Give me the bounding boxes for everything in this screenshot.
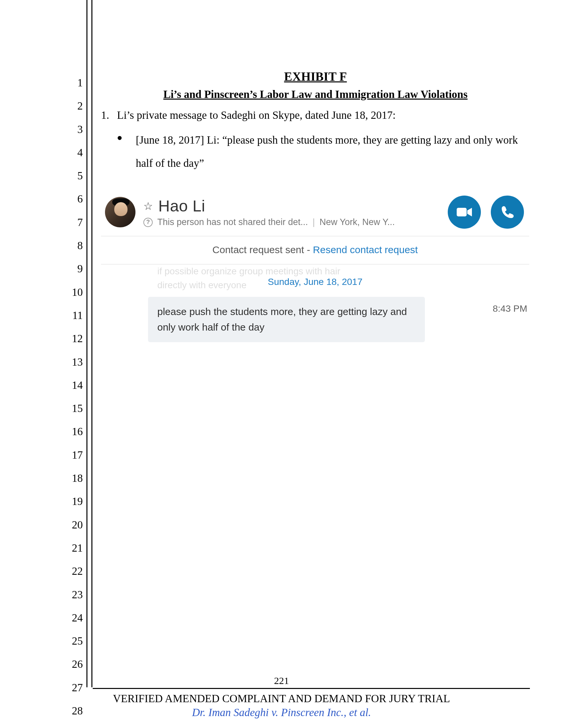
- exhibit-subtitle: Li’s and Pinscreen’s Labor Law and Immig…: [101, 88, 530, 101]
- page-number: 221: [0, 675, 563, 686]
- skype-header: ☆ Hao Li ? This person has not shared th…: [101, 193, 529, 236]
- footer-case-name: Dr. Iman Sadeghi v. Pinscreen Inc., et a…: [0, 706, 563, 719]
- audio-call-button[interactable]: [491, 196, 524, 229]
- line-number: 24: [0, 606, 83, 629]
- pleading-page: 1234567891011121314151617181920212223242…: [0, 0, 563, 728]
- contact-request-banner: Contact request sent - Resend contact re…: [101, 236, 529, 264]
- faded-prior-messages: if possible organize group meetings with…: [101, 264, 529, 291]
- line-number: 14: [0, 374, 83, 397]
- line-number: 10: [0, 281, 83, 304]
- line-number: 6: [0, 187, 83, 210]
- footer-rule: [93, 688, 530, 689]
- message-timestamp: 8:43 PM: [493, 297, 529, 314]
- line-number: 13: [0, 350, 83, 374]
- contact-request-text: Contact request sent -: [212, 244, 313, 255]
- footer-caption: VERIFIED AMENDED COMPLAINT AND DEMAND FO…: [0, 693, 563, 705]
- message-row: please push the students more, they are …: [101, 297, 529, 342]
- content-area: EXHIBIT F Li’s and Pinscreen’s Labor Law…: [101, 69, 530, 342]
- line-number: 3: [0, 118, 83, 141]
- line-number: 21: [0, 536, 83, 560]
- video-icon: [456, 206, 473, 218]
- paragraph-number: 1.: [101, 108, 114, 123]
- line-number: 4: [0, 141, 83, 164]
- line-number: 7: [0, 211, 83, 234]
- line-number: 2: [0, 94, 83, 117]
- line-number: 22: [0, 560, 83, 583]
- line-number: 11: [0, 304, 83, 327]
- bullet-dot-icon: ●: [117, 129, 122, 146]
- contact-name[interactable]: Hao Li: [158, 197, 205, 215]
- line-number: 17: [0, 443, 83, 467]
- resend-contact-request-link[interactable]: Resend contact request: [313, 244, 418, 255]
- contact-detail-text: This person has not shared their det...: [157, 217, 308, 227]
- vertical-rule-outer: [86, 0, 87, 687]
- contact-info: ☆ Hao Li ? This person has not shared th…: [143, 197, 448, 227]
- line-number: 15: [0, 397, 83, 420]
- line-number: 18: [0, 467, 83, 490]
- vertical-rule-inner: [91, 0, 92, 687]
- line-number: 23: [0, 583, 83, 606]
- skype-screenshot: ☆ Hao Li ? This person has not shared th…: [101, 193, 529, 342]
- favorite-star-icon[interactable]: ☆: [143, 200, 153, 212]
- line-number: 9: [0, 257, 83, 280]
- line-number: 12: [0, 327, 83, 350]
- bullet-item: ● [June 18, 2017] Li: “please push the s…: [117, 129, 530, 175]
- help-icon[interactable]: ?: [143, 218, 153, 227]
- detail-separator: |: [313, 217, 315, 227]
- avatar[interactable]: [105, 197, 135, 227]
- message-bubble[interactable]: please push the students more, they are …: [148, 297, 425, 342]
- line-number: 20: [0, 513, 83, 536]
- line-numbers: 1234567891011121314151617181920212223242…: [0, 71, 83, 722]
- line-number: 8: [0, 234, 83, 257]
- line-number: 1: [0, 71, 83, 94]
- date-separator: Sunday, June 18, 2017: [101, 275, 529, 289]
- svg-rect-0: [457, 208, 467, 216]
- line-number: 5: [0, 164, 83, 187]
- exhibit-title: EXHIBIT F: [101, 69, 530, 84]
- bullet-text: [June 18, 2017] Li: “please push the stu…: [136, 129, 530, 175]
- call-buttons: [448, 196, 524, 229]
- line-number: 19: [0, 490, 83, 513]
- video-call-button[interactable]: [448, 196, 481, 229]
- contact-location: New York, New Y...: [320, 217, 395, 227]
- paragraph-text: Li’s private message to Sadeghi on Skype…: [117, 109, 396, 121]
- phone-icon: [500, 205, 515, 219]
- numbered-paragraph: 1. Li’s private message to Sadeghi on Sk…: [101, 108, 530, 123]
- line-number: 16: [0, 420, 83, 443]
- line-number: 26: [0, 653, 83, 676]
- line-number: 25: [0, 629, 83, 653]
